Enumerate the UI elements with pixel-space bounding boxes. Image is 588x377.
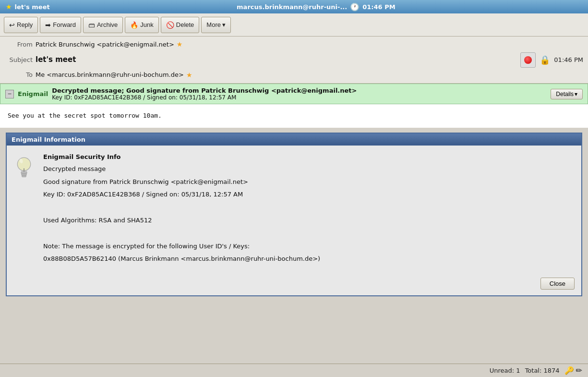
more-button[interactable]: More ▾ <box>201 17 231 33</box>
title-bar-center: marcus.brinkmann@ruhr-uni-... 🕐 01:46 PM <box>237 2 396 12</box>
header-time-block: 🔒 01:46 PM <box>520 52 583 68</box>
to-star-icon: ★ <box>186 71 192 80</box>
enigmail-text: Decrypted message; Good signature from P… <box>52 87 547 101</box>
total-count: Total: 1874 <box>525 367 560 374</box>
chevron-down-icon: ▾ <box>222 21 226 28</box>
email-headers: From Patrick Brunschwig <patrick@enigmai… <box>0 36 588 84</box>
clock-icon: 🕐 <box>350 2 360 12</box>
archive-label: Archive <box>97 21 118 28</box>
junk-button[interactable]: 🔥 Junk <box>125 17 158 33</box>
details-chevron-icon: ▾ <box>575 91 577 97</box>
from-star-icon: ★ <box>177 40 183 49</box>
enigmail-line1: Decrypted message; Good signature from P… <box>52 87 547 94</box>
enigmail-line2: Key ID: 0xF2AD85AC1E42B368 / Signed on: … <box>52 94 547 101</box>
window-title: let's meet <box>15 3 50 11</box>
delete-button[interactable]: 🚫 Delete <box>161 17 200 33</box>
enigmail-info-box: Enigmail Information Enigmail Security I… <box>6 133 582 296</box>
email-account: marcus.brinkmann@ruhr-uni-... <box>237 3 347 11</box>
subject-value: let's meet <box>36 55 76 65</box>
from-value: Patrick Brunschwig <patrick@enigmail.net… <box>36 40 174 49</box>
email-body: See you at the secret spot tomorrow 10am… <box>0 104 588 128</box>
reply-button[interactable]: ↩ Reply <box>4 17 38 33</box>
reply-icon: ↩ <box>9 21 15 29</box>
key-icon: 🔑 <box>564 366 574 375</box>
close-btn-row: Close <box>7 274 581 295</box>
enigmail-collapse-button[interactable]: − <box>5 90 14 98</box>
to-row: To Me <marcus.brinkmann@ruhr-uni-bochum.… <box>5 69 583 82</box>
title-bar: ★ let's meet marcus.brinkmann@ruhr-uni-.… <box>0 0 588 13</box>
decrypted-text: Decrypted message <box>43 164 575 174</box>
svg-rect-4 <box>22 175 26 177</box>
details-button[interactable]: Details ▾ <box>551 89 583 99</box>
status-icons: 🔑 ✏️ <box>564 366 582 375</box>
reply-label: Reply <box>17 21 33 28</box>
key-detail-text: 0x88B08D5A57B62140 (Marcus Brinkmann <ma… <box>43 254 575 264</box>
close-button[interactable]: Close <box>540 278 575 290</box>
delete-label: Delete <box>176 21 194 28</box>
archive-icon: 🗃 <box>88 21 95 29</box>
more-label: More <box>206 21 221 28</box>
forward-button[interactable]: ➡ Forward <box>40 17 81 33</box>
to-label: To <box>5 71 33 79</box>
details-label: Details <box>556 91 574 97</box>
from-label: From <box>5 40 33 49</box>
junk-icon: 🔥 <box>130 21 138 29</box>
email-time: 01:46 PM <box>554 56 583 64</box>
note-text: Note: The message is encrypted for the f… <box>43 242 575 252</box>
email-body-text: See you at the secret spot tomorrow 10am… <box>8 111 580 121</box>
red-dot-circle <box>524 56 532 64</box>
svg-rect-2 <box>21 171 27 173</box>
algorithms-text: Used Algorithms: RSA and SHA512 <box>43 216 575 226</box>
enigmail-info-title: Enigmail Information <box>7 134 581 146</box>
archive-button[interactable]: 🗃 Archive <box>83 17 123 33</box>
delete-icon: 🚫 <box>166 21 174 29</box>
pencil-icon: ✏️ <box>576 366 582 375</box>
svg-rect-3 <box>22 174 26 175</box>
lightbulb-icon <box>13 152 37 267</box>
title-bar-left: ★ let's meet <box>6 3 50 11</box>
red-dot-button[interactable] <box>520 52 536 68</box>
forward-icon: ➡ <box>45 21 51 29</box>
lock-icon: 🔒 <box>540 54 550 66</box>
enigmail-info-content: Enigmail Security Info Decrypted message… <box>7 146 581 274</box>
good-sig-text: Good signature from Patrick Brunschwig <… <box>43 177 575 187</box>
close-label: Close <box>550 280 565 287</box>
key-line-text: Key ID: 0xF2AD85AC1E42B368 / Signed on: … <box>43 190 575 200</box>
enigmail-bar: − Enigmail Decrypted message; Good signa… <box>0 84 588 104</box>
security-title: Enigmail Security Info <box>43 152 575 162</box>
to-value: Me <marcus.brinkmann@ruhr-uni-bochum.de> <box>36 71 184 79</box>
enigmail-info-text-block: Enigmail Security Info Decrypted message… <box>43 152 575 267</box>
forward-label: Forward <box>53 21 76 28</box>
star-icon: ★ <box>6 3 12 11</box>
status-bar: Unread: 1 Total: 1874 🔑 ✏️ <box>0 364 588 377</box>
from-row: From Patrick Brunschwig <patrick@enigmai… <box>5 38 583 51</box>
toolbar: ↩ Reply ➡ Forward 🗃 Archive 🔥 Junk 🚫 Del… <box>0 13 588 36</box>
subject-row: Subject let's meet 🔒 01:46 PM <box>5 51 583 69</box>
enigmail-label: Enigmail <box>18 90 48 97</box>
unread-count: Unread: 1 <box>490 367 520 374</box>
subject-label: Subject <box>5 56 33 64</box>
junk-label: Junk <box>140 21 153 28</box>
title-bar-time: 01:46 PM <box>362 3 395 11</box>
